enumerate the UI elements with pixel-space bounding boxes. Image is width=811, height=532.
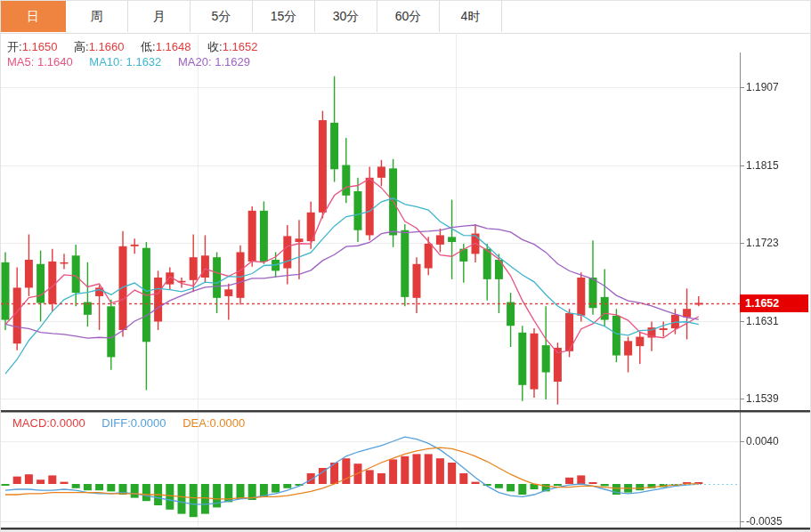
diff-value: 0.0000 [131,416,166,430]
close-label: 收: [207,40,223,53]
ma5-label: MA5: [7,55,34,69]
dea-value: 0.0000 [210,416,246,430]
macd-axis-tick-label: 0.0040 [746,435,779,447]
price-axis-tick-label: 1.1723 [746,237,779,249]
macd-readout: MACD:0.0000 DIFF:0.0000 DEA:0.0000 [12,416,258,430]
ma10-label: MA10: [89,55,123,69]
macd-label: MACD: [12,416,50,430]
macd-value: 0.0000 [50,416,85,430]
trading-chart-app: 日 周 月 5分 15分 30分 60分 4时 开:1.1650 高:1.166… [0,0,811,532]
ma-readout: MA5: 1.1640 MA10: 1.1632 MA20: 1.1629 [7,55,264,69]
diff-label: DIFF: [101,416,131,430]
high-label: 高: [74,40,89,53]
open-label: 开: [7,40,22,53]
low-label: 低: [141,40,156,53]
price-axis-tick-label: 1.1539 [746,392,779,405]
macd-axis-tick-label: -0.0035 [746,515,783,528]
ma20-label: MA20: [178,55,212,69]
close-value: 1.1652 [223,40,258,53]
price-axis-tick-label: 1.1631 [746,315,779,327]
price-axis-tick-label: 1.1815 [746,159,779,172]
high-value: 1.1660 [89,40,125,53]
ma20-value: 1.1629 [215,55,250,69]
ma5-value: 1.1640 [37,55,73,69]
ohlc-readout: 开:1.1650 高:1.1660 低:1.1648 收:1.1652 [7,39,271,55]
dea-label: DEA: [182,416,209,430]
open-value: 1.1650 [22,40,58,53]
price-axis-tick-label: 1.1907 [746,81,779,93]
current-price-badge: 1.1652 [740,294,808,312]
candlestick-macd-chart[interactable] [1,1,811,532]
ma10-value: 1.1632 [126,55,162,69]
low-value: 1.1648 [156,40,191,53]
